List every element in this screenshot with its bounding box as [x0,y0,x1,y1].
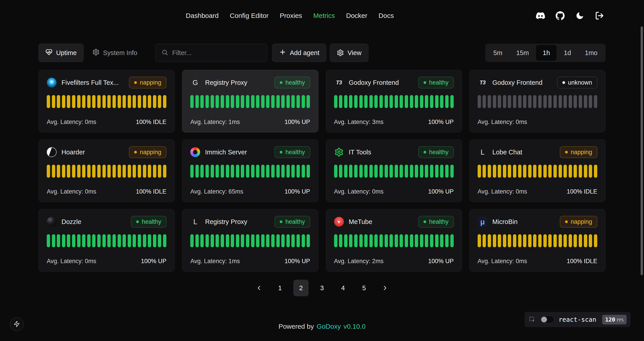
hoarder-icon [47,147,56,157]
nav-link-metrics[interactable]: Metrics [313,12,335,20]
uptime-bars [190,234,310,247]
card-header: Fivefilters Full Tex...napping [47,77,166,88]
uptime-bars [334,234,454,247]
uptime-bar [190,165,194,178]
inspect-icon[interactable] [528,316,536,323]
uptime-percent: 100% IDLE [136,119,166,126]
add-agent-button[interactable]: Add agent [272,44,326,62]
nav-link-proxies[interactable]: Proxies [280,12,302,20]
theme-moon-icon[interactable] [575,11,585,21]
uptime-bar [450,165,454,178]
time-range-1h[interactable]: 1h [536,45,556,61]
logout-icon[interactable] [594,11,605,21]
uptime-bar [52,95,55,108]
uptime-bar [554,95,557,108]
filter-input[interactable] [172,49,261,57]
uptime-bar [112,234,116,247]
uptime-bar [256,95,260,108]
service-name: MicroBin [492,218,555,226]
page-5-button[interactable]: 5 [356,280,372,296]
page-1-button[interactable]: 1 [272,280,288,296]
page-4-button[interactable]: 4 [336,280,350,296]
uptime-bar [513,165,516,178]
uptime-bar [518,95,522,108]
service-card[interactable]: LLobe ChatnappingAvg. Latency: 0ms100% I… [469,139,606,202]
react-scan-toggle[interactable] [540,316,554,323]
metric-view-tabs: UptimeSystem Info [38,44,144,62]
quick-actions-button[interactable] [10,317,24,331]
uptime-bar [122,165,126,178]
service-card[interactable]: HoardernappingAvg. Latency: 0ms100% IDLE [38,139,175,202]
avg-latency: Avg. Latency: 0ms [334,188,384,195]
github-icon[interactable] [555,11,565,21]
nav-link-docs[interactable]: Docs [378,12,394,20]
uptime-bar [384,95,388,108]
time-range-1d[interactable]: 1d [557,45,578,61]
service-cards-grid: Fivefilters Full Tex...nappingAvg. Laten… [38,70,606,272]
uptime-bar [216,165,219,178]
godoxy-brand-link[interactable]: GoDoxy [317,323,341,330]
service-name: Hoarder [62,149,124,156]
chevron-right-icon[interactable] [378,280,393,296]
uptime-bar [380,234,383,247]
letter-icon: L [190,217,200,227]
time-range-15m[interactable]: 15m [510,45,536,61]
uptime-bar [138,234,141,247]
uptime-bar [493,165,496,178]
uptime-bar [380,95,383,108]
service-card[interactable]: ▾MeTubehealthyAvg. Latency: 2ms100% UP [326,209,462,272]
service-card[interactable]: Fivefilters Full Tex...nappingAvg. Laten… [38,70,175,132]
uptime-bar [302,95,305,108]
uptime-bar [425,95,428,108]
metrics-toolbar: UptimeSystem Info Add agent View 5m15m1h… [38,44,606,62]
uptime-bar [390,234,393,247]
uptime-bar [226,234,229,247]
nav-link-config-editor[interactable]: Config Editor [230,12,268,20]
uptime-bar [153,234,156,247]
uptime-bar [594,234,597,247]
service-card[interactable]: Immich ServerhealthyAvg. Latency: 65ms10… [182,139,318,202]
uptime-bar [440,234,444,247]
uptime-bar [158,95,161,108]
service-card[interactable]: IT ToolshealthyAvg. Latency: 0ms100% UP [326,139,462,202]
status-dot [565,220,568,223]
scrollbar-thumb[interactable] [641,27,643,275]
tab-system-info[interactable]: System Info [86,44,144,62]
uptime-bar [226,95,229,108]
uptime-bar [554,234,557,247]
uptime-bar [261,95,264,108]
uptime-bars [478,95,597,108]
avg-latency: Avg. Latency: 2ms [334,258,384,265]
time-range-5m[interactable]: 5m [486,45,509,61]
status-badge: napping [129,146,166,158]
uptime-bar [374,165,378,178]
page-3-button[interactable]: 3 [314,280,330,296]
uptime-bar [544,234,547,247]
tab-uptime[interactable]: Uptime [38,44,84,62]
service-card[interactable]: GRegistry ProxyhealthyAvg. Latency: 1ms1… [182,70,318,132]
uptime-bar [584,234,587,247]
version-link[interactable]: v0.10.0 [344,323,366,330]
uptime-bar [544,95,547,108]
nav-link-dashboard[interactable]: Dashboard [186,12,219,20]
uptime-bar [364,165,368,178]
uptime-bar [211,165,214,178]
service-card[interactable]: T3Godoxy FrontendhealthyAvg. Latency: 3m… [326,70,462,132]
status-dot [562,81,565,84]
service-name: Dozzle [62,218,126,226]
discord-icon[interactable] [535,11,546,21]
time-range-1mo[interactable]: 1mo [578,45,604,61]
service-card[interactable]: T3Godoxy FrontendunknownAvg. Latency: 0m… [469,70,606,132]
service-card[interactable]: LRegistry ProxyhealthyAvg. Latency: 1ms1… [182,209,318,272]
uptime-bar [440,95,444,108]
service-card[interactable]: μMicroBinnappingAvg. Latency: 0ms100% ID… [469,209,606,272]
page-2-button[interactable]: 2 [294,280,308,296]
nav-link-docker[interactable]: Docker [346,12,368,20]
uptime-bar [236,95,239,108]
view-button[interactable]: View [330,44,368,62]
uptime-bar [523,165,526,178]
chevron-left-icon[interactable] [251,280,266,296]
service-card[interactable]: DozzlehealthyAvg. Latency: 0ms100% UP [38,209,175,272]
card-header: T3Godoxy Frontendunknown [478,77,597,88]
uptime-bar [158,234,161,247]
